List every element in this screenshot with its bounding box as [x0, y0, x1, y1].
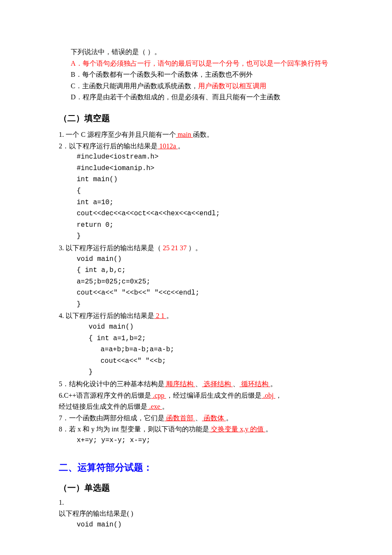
- fill-q2-code-2: int main(): [59, 174, 349, 185]
- fill-q8-pre: 8．若 x 和 y 均为 int 型变量，则以下语句的功能是: [59, 425, 209, 433]
- fill-q4-code-3: cout<<a<<" "<<b;: [59, 356, 349, 367]
- fill-q5-answer-3: 循环结构: [239, 380, 270, 387]
- fill-q2-code-4: int a=10;: [59, 197, 349, 208]
- mc-q1-number: 1.: [59, 497, 349, 508]
- fill-q4-code-1: { int a=1,b=2;: [59, 333, 349, 344]
- fill-q8: 8．若 x 和 y 均为 int 型变量，则以下语句的功能是 交换变量 x,y …: [59, 424, 349, 435]
- fill-q6-mid-1: ，经过编译后生成文件的后缀是: [166, 392, 262, 399]
- fill-q7-answer-2: 函数体: [202, 414, 226, 422]
- fill-q2: 2．以下程序运行后的输出结果是 1012a 。: [59, 141, 349, 152]
- fill-q5-pre: 5．结构化设计中的三种基本结构是: [59, 380, 164, 387]
- fill-q1-post: 函数。: [193, 131, 213, 138]
- prev-question-option-c: C．主函数只能调用用户函数或系统函数，用户函数可以相互调用: [59, 81, 349, 92]
- fill-q5-sep-1: 、: [195, 380, 202, 387]
- fill-q3: 3. 以下程序运行后的输出结果是（ 25 21 37 ）。: [59, 243, 349, 254]
- fill-q7-pre: 7．一个函数由两部分组成，它们是: [59, 414, 164, 422]
- fill-q4-code-0: void main(): [59, 322, 349, 333]
- fill-q7-answer-1: 函数首部: [164, 414, 195, 422]
- option-c-prefix: C．主函数只能调用用户函数或系统函数，: [71, 82, 198, 90]
- fill-q6-line2: 经过链接后生成文件的后缀是 .exe 。: [59, 401, 349, 412]
- fill-q6-post-2: 。: [162, 403, 169, 410]
- fill-q7: 7．一个函数由两部分组成，它们是 函数首部 、 函数体 。: [59, 413, 349, 424]
- fill-q4-pre: 4. 以下程序运行后的输出结果是: [59, 312, 154, 319]
- fill-q8-answer: 交换变量 x,y 的值: [209, 425, 265, 433]
- fill-q2-code-7: }: [59, 231, 349, 242]
- fill-q2-code-1: #include<iomanip.h>: [59, 163, 349, 174]
- fill-q6-post-1: ，: [275, 392, 282, 399]
- fill-q5-answer-1: 顺序结构: [164, 380, 195, 387]
- fill-q6-line2-pre: 经过链接后生成文件的后缀是: [59, 403, 147, 410]
- prev-question-option-b: B．每个函数都有一个函数头和一个函数体，主函数也不例外: [59, 69, 349, 80]
- fill-q8-post: 。: [265, 425, 272, 433]
- fill-blank-heading: （二）填空题: [59, 111, 349, 125]
- fill-q1-answer: main: [176, 131, 193, 138]
- fill-q5-sep-2: 、: [233, 380, 239, 387]
- fill-q2-code-0: #include<iostream.h>: [59, 152, 349, 163]
- fill-q2-answer: 1012a: [158, 142, 178, 150]
- mc-q1-stem: 以下程序的输出结果是( ): [59, 508, 349, 519]
- mc-q1-code: void main(): [59, 520, 349, 531]
- fill-q3-answer: 25 21 37: [161, 244, 188, 251]
- option-c-answer: 用户函数可以相互调用: [198, 82, 266, 90]
- fill-q3-code-3: cout<<a<<" "<<b<<" "<<c<<endl;: [59, 288, 349, 299]
- fill-q3-pre: 3. 以下程序运行后的输出结果是（: [59, 244, 161, 251]
- fill-q4: 4. 以下程序运行后的输出结果是 2 1 。: [59, 310, 349, 321]
- part-2-heading: 二、运算符部分试题：: [59, 460, 349, 475]
- fill-q7-post: 。: [226, 414, 233, 422]
- fill-q5: 5．结构化设计中的三种基本结构是 顺序结构 、 选择结构 、 循环结构 。: [59, 379, 349, 390]
- single-choice-heading: （一）单选题: [59, 481, 349, 494]
- fill-q6-answer-2: .obj: [262, 392, 275, 399]
- fill-q5-post: 。: [270, 380, 277, 387]
- fill-q2-post: 。: [178, 142, 184, 150]
- fill-q8-code: x+=y; y=x-y; x-=y;: [59, 435, 349, 446]
- fill-q6-answer-1: .cpp: [151, 392, 166, 399]
- fill-q3-code-4: }: [59, 299, 349, 310]
- fill-q2-code-6: return 0;: [59, 220, 349, 231]
- prev-question-option-a: A．每个语句必须独占一行，语句的最后可以是一个分号，也可以是一个回车换行符号: [59, 58, 349, 69]
- fill-q3-code-2: a=25;b=025;c=0x25;: [59, 277, 349, 288]
- fill-q6-line1: 6.C++语言源程序文件的后缀是 .cpp ，经过编译后生成文件的后缀是 .ob…: [59, 390, 349, 401]
- fill-q2-code-5: cout<<dec<<a<<oct<<a<<hex<<a<<endl;: [59, 208, 349, 220]
- fill-q4-code-2: a=a+b;b=a-b;a=a-b;: [59, 344, 349, 356]
- fill-q3-code-0: void main(): [59, 254, 349, 265]
- fill-q6-answer-3: .exe: [147, 403, 162, 410]
- fill-q4-post: 。: [166, 312, 173, 319]
- fill-q4-answer: 2 1: [154, 312, 166, 319]
- fill-q3-post: ）。: [188, 244, 202, 251]
- document-page: 下列说法中，错误的是（ ）。 A．每个语句必须独占一行，语句的最后可以是一个分号…: [0, 0, 392, 555]
- fill-q7-sep: 、: [195, 414, 202, 422]
- prev-question-stem: 下列说法中，错误的是（ ）。: [59, 46, 349, 58]
- fill-q1: 1. 一个 C 源程序至少有并且只能有一个 main 函数。: [59, 129, 349, 140]
- prev-question-option-d: D．程序是由若干个函数组成的，但是必须有、而且只能有一个主函数: [59, 92, 349, 103]
- fill-q6-pre: 6.C++语言源程序文件的后缀是: [59, 392, 151, 399]
- fill-q1-pre: 1. 一个 C 源程序至少有并且只能有一个: [59, 131, 176, 138]
- fill-q2-pre: 2．以下程序运行后的输出结果是: [59, 142, 158, 150]
- fill-q3-code-1: { int a,b,c;: [59, 265, 349, 276]
- fill-q2-code-3: {: [59, 186, 349, 197]
- fill-q5-answer-2: 选择结构: [202, 380, 233, 387]
- fill-q4-code-4: }: [59, 367, 349, 378]
